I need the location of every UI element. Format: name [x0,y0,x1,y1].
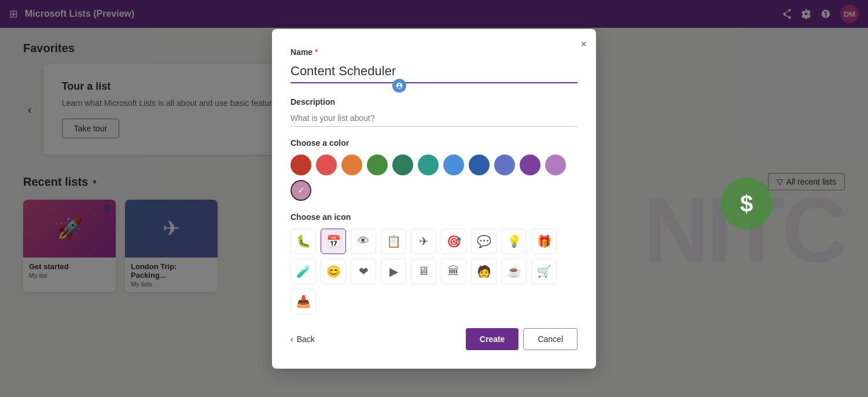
icon-btn-gift[interactable]: 🎁 [531,229,557,254]
color-swatch-purple-light[interactable] [545,155,566,175]
cancel-button[interactable]: Cancel [523,328,578,350]
icon-btn-clipboard[interactable]: 📋 [381,229,406,254]
icon-btn-cart[interactable]: 🛒 [531,259,557,284]
icon-btn-chat[interactable]: 💬 [471,229,496,254]
svg-text:$: $ [740,191,753,216]
required-marker: * [315,48,318,56]
color-swatch-teal-dark[interactable] [392,155,413,175]
back-label: Back [297,334,315,344]
icon-btn-calendar[interactable]: 📅 [321,229,346,254]
color-swatch-red-dark[interactable] [290,155,311,175]
modal-close-button[interactable]: × [580,38,587,50]
color-swatch-green[interactable] [367,155,388,175]
color-swatch-orange[interactable] [341,155,362,175]
color-swatch-red[interactable] [316,155,337,175]
icon-btn-inbox[interactable]: 📥 [290,289,316,314]
color-swatch-pink[interactable]: ✓ [290,180,311,201]
color-section-title: Choose a color [290,138,578,148]
create-list-modal: × Name * Description Choose a color [272,29,596,369]
modal-actions: Create Cancel [466,328,578,350]
icon-btn-face[interactable]: 😊 [321,259,346,284]
icon-btn-person-add[interactable]: 🧑 [471,259,496,284]
color-swatch-teal[interactable] [418,155,439,175]
name-input[interactable] [290,60,578,83]
color-swatch-blue-light[interactable] [443,155,464,175]
create-button[interactable]: Create [466,328,519,350]
icon-btn-screen[interactable]: 🖥 [411,259,436,284]
description-input[interactable] [290,110,578,127]
icon-btn-heart[interactable]: ❤ [351,259,376,284]
icon-btn-target[interactable]: 🎯 [441,229,466,254]
icon-grid: 🐛 📅 👁 📋 ✈ 🎯 💬 💡 🎁 🧪 😊 ❤ ▶ 🖥 🏛 🧑 ☕ 🛒 📥 [290,229,578,314]
icon-btn-building[interactable]: 🏛 [441,259,466,284]
description-label: Description [290,97,578,106]
name-label-text: Name [290,47,312,57]
icon-btn-flask[interactable]: 🧪 [290,259,316,284]
name-input-container [290,60,578,86]
icon-btn-play[interactable]: ▶ [381,259,406,284]
modal-footer: ‹ Back Create Cancel [290,328,578,350]
icon-btn-plane[interactable]: ✈ [411,229,436,254]
icon-btn-bulb[interactable]: 💡 [501,229,527,254]
icon-btn-bug[interactable]: 🐛 [290,229,316,254]
back-arrow-icon: ‹ [290,334,293,344]
back-button[interactable]: ‹ Back [290,334,315,344]
icon-btn-eye[interactable]: 👁 [351,229,376,254]
color-swatch-purple[interactable] [520,155,540,175]
modal-overlay: $ × Name * Description Choose a color [0,0,868,397]
color-swatch-blue-purple[interactable] [494,155,515,175]
color-swatches: ✓ [290,155,578,201]
color-swatch-blue[interactable] [469,155,490,175]
name-field-label: Name * [290,47,578,57]
cursor-indicator [392,79,406,93]
icon-section-title: Choose an icon [290,212,578,222]
icon-btn-coffee[interactable]: ☕ [501,259,527,284]
